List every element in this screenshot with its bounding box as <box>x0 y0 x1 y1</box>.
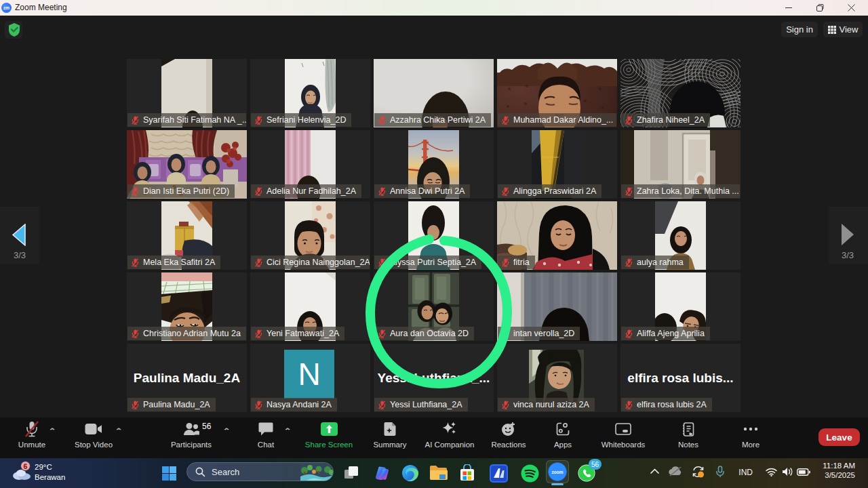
svg-text:zoom: zoom <box>552 470 564 474</box>
